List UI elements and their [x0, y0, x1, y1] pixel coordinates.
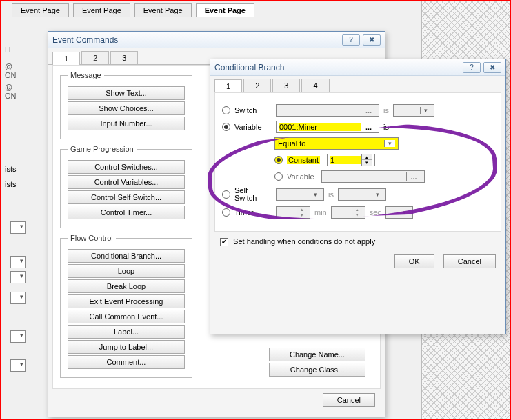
- label-variable: Variable: [234, 123, 272, 131]
- unknown-dropdown[interactable]: [10, 271, 26, 283]
- cb-tab-1[interactable]: 1: [214, 79, 242, 92]
- self-switch-state-dropdown[interactable]: ▾: [338, 188, 386, 201]
- editor-left-fragments: Li @ ON @ ON: [5, 42, 39, 103]
- variable-selector[interactable]: 0001:Miner ...: [276, 121, 379, 133]
- btn-label[interactable]: Label...: [68, 325, 185, 339]
- radio-self-switch[interactable]: [222, 190, 230, 199]
- fragment-at: @: [5, 83, 12, 91]
- btn-conditional-branch[interactable]: Conditional Branch...: [68, 249, 185, 263]
- row-variable: Variable 0001:Miner ... is: [222, 121, 494, 133]
- ec-tab-3[interactable]: 3: [110, 51, 138, 64]
- unknown-dropdown[interactable]: [10, 292, 26, 304]
- label-timer: Timer: [234, 208, 272, 217]
- event-page-tab[interactable]: Event Page: [196, 3, 254, 17]
- ec-cancel-button[interactable]: Cancel: [323, 393, 375, 407]
- unknown-dropdown[interactable]: [10, 221, 26, 234]
- group-flow-control: Flow Control Conditional Branch... Loop …: [60, 234, 192, 378]
- label-min: min: [314, 208, 327, 217]
- label-constant: Constant: [287, 156, 320, 164]
- cb-tab-4[interactable]: 4: [301, 79, 329, 92]
- ellipsis-icon[interactable]: ...: [406, 172, 421, 181]
- btn-show-choices[interactable]: Show Choices...: [68, 101, 185, 115]
- btn-input-number[interactable]: Input Number...: [68, 117, 185, 130]
- btn-show-text[interactable]: Show Text...: [68, 86, 185, 100]
- ellipsis-icon[interactable]: ...: [361, 106, 376, 114]
- btn-comment[interactable]: Comment...: [68, 355, 185, 369]
- group-legend: Flow Control: [68, 234, 116, 242]
- timer-min-input[interactable]: ▴▾: [276, 206, 310, 219]
- window-title: Conditional Branch: [214, 63, 460, 72]
- unknown-dropdown[interactable]: [10, 330, 26, 343]
- row-switch: Switch ... is ▾: [222, 104, 494, 117]
- radio-switch[interactable]: [222, 106, 230, 114]
- comparator-value: Equal to: [278, 139, 384, 148]
- unknown-dropdown[interactable]: [10, 256, 26, 268]
- btn-loop[interactable]: Loop: [68, 264, 185, 278]
- timer-compare-dropdown[interactable]: ▾: [385, 206, 413, 219]
- timer-sec-input[interactable]: ▴▾: [331, 206, 365, 219]
- sub-variable-selector[interactable]: ...: [321, 170, 425, 183]
- event-page-tab[interactable]: Event Page: [134, 3, 192, 17]
- unknown-dropdown[interactable]: [10, 359, 26, 372]
- close-button[interactable]: ✖: [363, 34, 381, 46]
- btn-call-common-event[interactable]: Call Common Event...: [68, 310, 185, 323]
- fragment-on: ON: [5, 92, 39, 100]
- btn-control-timer[interactable]: Control Timer...: [68, 206, 185, 219]
- event-page-tab[interactable]: Event Page: [73, 3, 130, 17]
- switch-selector[interactable]: ...: [276, 104, 379, 117]
- cb-tabs: 1 2 3 4: [210, 76, 505, 92]
- label-sec: sec: [370, 208, 381, 217]
- event-page-tabs: Event Page Event Page Event Page Event P…: [12, 2, 254, 16]
- fragment-li: Li: [5, 46, 39, 54]
- group-legend: Message: [68, 71, 104, 79]
- btn-control-self-switch[interactable]: Control Self Switch...: [68, 190, 185, 204]
- group-message: Message Show Text... Show Choices... Inp…: [60, 71, 192, 139]
- cb-tab-2[interactable]: 2: [243, 79, 271, 92]
- ec-tab-2[interactable]: 2: [81, 51, 109, 64]
- checkbox-else[interactable]: ✔: [220, 238, 228, 246]
- switch-state-dropdown[interactable]: ▾: [393, 104, 434, 117]
- chevron-down-icon: ▾: [310, 191, 321, 198]
- chevron-down-icon: ▾: [372, 191, 383, 198]
- fragment-ists: ists: [5, 180, 17, 188]
- btn-change-name[interactable]: Change Name...: [269, 348, 365, 361]
- btn-control-variables[interactable]: Control Variables...: [68, 175, 185, 189]
- spinner[interactable]: ▴▾: [352, 207, 362, 218]
- spinner[interactable]: ▴▾: [361, 154, 372, 166]
- btn-exit-event-processing[interactable]: Exit Event Processing: [68, 294, 185, 308]
- chevron-down-icon: ▾: [384, 140, 395, 147]
- fragment-ists: ists: [5, 165, 17, 173]
- btn-jump-to-label[interactable]: Jump to Label...: [68, 340, 185, 354]
- comparator-dropdown[interactable]: Equal to ▾: [274, 137, 399, 150]
- radio-variable[interactable]: [222, 123, 230, 131]
- help-button[interactable]: ?: [463, 62, 481, 73]
- event-page-tab[interactable]: Event Page: [12, 3, 69, 17]
- label-sub-variable: Variable: [287, 172, 314, 181]
- btn-break-loop[interactable]: Break Loop: [68, 279, 185, 293]
- label-is: is: [383, 123, 389, 131]
- btn-control-switches[interactable]: Control Switches...: [68, 160, 185, 174]
- label-self-switch: Self Switch: [234, 187, 272, 202]
- radio-constant[interactable]: [274, 156, 283, 164]
- group-legend: Game Progression: [68, 145, 137, 153]
- radio-timer[interactable]: [222, 208, 230, 217]
- cb-tab-3[interactable]: 3: [272, 79, 300, 92]
- ec-tab-1[interactable]: 1: [52, 52, 80, 65]
- label-is: is: [328, 190, 334, 199]
- ok-button[interactable]: OK: [394, 254, 434, 268]
- ellipsis-icon[interactable]: ...: [361, 123, 376, 131]
- label-else: Set handling when conditions do not appl…: [233, 237, 375, 246]
- constant-input[interactable]: 1 ▴▾: [327, 154, 375, 166]
- close-button[interactable]: ✖: [483, 62, 501, 73]
- row-timer: Timer ▴▾ min ▴▾ sec ▾: [222, 206, 494, 219]
- row-comparator: Equal to ▾: [274, 137, 494, 150]
- self-switch-dropdown[interactable]: ▾: [276, 188, 324, 201]
- variable-value: 0001:Miner: [279, 123, 361, 131]
- window-title: Event Commands: [52, 35, 339, 45]
- group-game-progression: Game Progression Control Switches... Con…: [60, 145, 192, 228]
- spinner[interactable]: ▴▾: [297, 207, 307, 218]
- cancel-button[interactable]: Cancel: [443, 254, 496, 268]
- btn-change-class[interactable]: Change Class...: [269, 363, 365, 377]
- radio-sub-variable[interactable]: [274, 172, 283, 181]
- help-button[interactable]: ?: [342, 34, 360, 46]
